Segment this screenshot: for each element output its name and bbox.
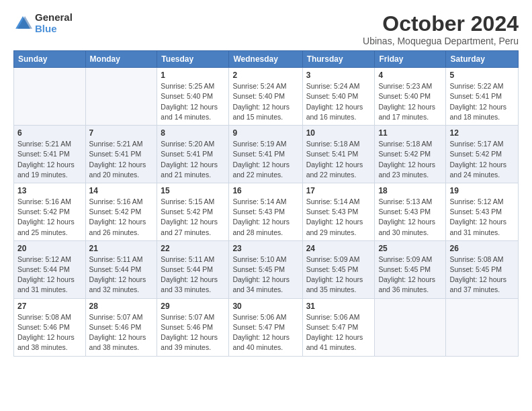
calendar-cell: 22Sunrise: 5:11 AMSunset: 5:44 PMDayligh… [157,240,229,298]
day-number: 18 [378,186,442,195]
day-info: Sunrise: 5:10 AMSunset: 5:45 PMDaylight:… [232,255,298,295]
weekday-header: Monday [85,51,157,68]
calendar-cell: 4Sunrise: 5:23 AMSunset: 5:40 PMDaylight… [375,68,446,126]
day-info: Sunrise: 5:16 AMSunset: 5:42 PMDaylight:… [89,197,154,238]
calendar-week-row: 27Sunrise: 5:08 AMSunset: 5:46 PMDayligh… [14,298,519,356]
day-number: 1 [161,71,225,80]
calendar-week-row: 13Sunrise: 5:16 AMSunset: 5:42 PMDayligh… [14,183,519,240]
day-info: Sunrise: 5:08 AMSunset: 5:45 PMDaylight:… [449,255,515,295]
calendar-cell [375,298,446,356]
subtitle: Ubinas, Moquegua Department, Peru [363,36,519,46]
day-number: 10 [306,128,371,138]
day-number: 3 [306,71,371,80]
calendar-cell: 20Sunrise: 5:12 AMSunset: 5:44 PMDayligh… [14,240,86,298]
day-number: 30 [232,302,298,311]
calendar-cell: 18Sunrise: 5:13 AMSunset: 5:43 PMDayligh… [375,183,446,240]
day-number: 4 [378,71,442,80]
day-number: 15 [161,186,225,195]
day-info: Sunrise: 5:15 AMSunset: 5:42 PMDaylight:… [161,197,225,238]
day-info: Sunrise: 5:25 AMSunset: 5:40 PMDaylight:… [161,81,225,122]
day-info: Sunrise: 5:16 AMSunset: 5:42 PMDaylight:… [17,197,82,238]
day-info: Sunrise: 5:21 AMSunset: 5:41 PMDaylight:… [89,139,154,180]
day-number: 21 [89,244,154,253]
calendar-cell: 8Sunrise: 5:20 AMSunset: 5:41 PMDaylight… [157,126,229,183]
day-info: Sunrise: 5:06 AMSunset: 5:47 PMDaylight:… [306,312,371,353]
day-info: Sunrise: 5:11 AMSunset: 5:44 PMDaylight:… [89,255,154,295]
calendar-cell: 29Sunrise: 5:07 AMSunset: 5:46 PMDayligh… [157,298,229,356]
calendar-cell [14,68,86,126]
day-number: 13 [17,186,82,195]
weekday-header: Sunday [14,51,86,68]
day-info: Sunrise: 5:20 AMSunset: 5:41 PMDaylight:… [161,139,225,180]
calendar-cell [446,298,519,356]
main-title: October 2024 [363,12,519,36]
day-number: 17 [306,186,371,195]
calendar-week-row: 1Sunrise: 5:25 AMSunset: 5:40 PMDaylight… [14,68,519,126]
weekday-header: Saturday [446,51,519,68]
calendar-cell: 3Sunrise: 5:24 AMSunset: 5:40 PMDaylight… [302,68,375,126]
calendar-week-row: 20Sunrise: 5:12 AMSunset: 5:44 PMDayligh… [14,240,519,298]
calendar-cell: 21Sunrise: 5:11 AMSunset: 5:44 PMDayligh… [85,240,157,298]
day-number: 9 [232,128,298,138]
day-info: Sunrise: 5:18 AMSunset: 5:42 PMDaylight:… [378,139,442,180]
day-info: Sunrise: 5:19 AMSunset: 5:41 PMDaylight:… [232,139,298,180]
day-info: Sunrise: 5:14 AMSunset: 5:43 PMDaylight:… [232,197,298,238]
title-block: October 2024 Ubinas, Moquegua Department… [363,12,519,46]
day-number: 11 [378,128,442,138]
calendar-cell [85,68,157,126]
day-number: 5 [449,71,515,80]
calendar-cell: 10Sunrise: 5:18 AMSunset: 5:41 PMDayligh… [302,126,375,183]
day-info: Sunrise: 5:22 AMSunset: 5:41 PMDaylight:… [449,81,515,122]
calendar-week-row: 6Sunrise: 5:21 AMSunset: 5:41 PMDaylight… [14,126,519,183]
calendar-cell: 27Sunrise: 5:08 AMSunset: 5:46 PMDayligh… [14,298,86,356]
day-info: Sunrise: 5:12 AMSunset: 5:44 PMDaylight:… [17,255,82,295]
calendar-cell: 23Sunrise: 5:10 AMSunset: 5:45 PMDayligh… [229,240,302,298]
day-info: Sunrise: 5:24 AMSunset: 5:40 PMDaylight:… [306,81,371,122]
calendar-cell: 24Sunrise: 5:09 AMSunset: 5:45 PMDayligh… [302,240,375,298]
calendar-cell: 14Sunrise: 5:16 AMSunset: 5:42 PMDayligh… [85,183,157,240]
calendar-cell: 17Sunrise: 5:14 AMSunset: 5:43 PMDayligh… [302,183,375,240]
weekday-header-row: SundayMondayTuesdayWednesdayThursdayFrid… [14,51,519,68]
day-info: Sunrise: 5:11 AMSunset: 5:44 PMDaylight:… [161,255,225,295]
day-info: Sunrise: 5:21 AMSunset: 5:41 PMDaylight:… [17,139,82,180]
day-info: Sunrise: 5:06 AMSunset: 5:47 PMDaylight:… [232,312,298,353]
logo: General Blue [13,12,73,34]
day-number: 26 [449,244,515,253]
calendar-cell: 1Sunrise: 5:25 AMSunset: 5:40 PMDaylight… [157,68,229,126]
calendar-cell: 12Sunrise: 5:17 AMSunset: 5:42 PMDayligh… [446,126,519,183]
calendar-cell: 9Sunrise: 5:19 AMSunset: 5:41 PMDaylight… [229,126,302,183]
day-info: Sunrise: 5:18 AMSunset: 5:41 PMDaylight:… [306,139,371,180]
calendar-cell: 30Sunrise: 5:06 AMSunset: 5:47 PMDayligh… [229,298,302,356]
day-number: 12 [449,128,515,138]
day-number: 7 [89,128,154,138]
calendar-cell: 7Sunrise: 5:21 AMSunset: 5:41 PMDaylight… [85,126,157,183]
day-number: 25 [378,244,442,253]
logo-icon [13,14,32,33]
logo-general: General [35,12,73,24]
day-info: Sunrise: 5:17 AMSunset: 5:42 PMDaylight:… [449,139,515,180]
day-info: Sunrise: 5:07 AMSunset: 5:46 PMDaylight:… [89,312,154,353]
day-info: Sunrise: 5:13 AMSunset: 5:43 PMDaylight:… [378,197,442,238]
calendar-cell: 15Sunrise: 5:15 AMSunset: 5:42 PMDayligh… [157,183,229,240]
calendar-cell: 19Sunrise: 5:12 AMSunset: 5:43 PMDayligh… [446,183,519,240]
day-number: 22 [161,244,225,253]
calendar-cell: 16Sunrise: 5:14 AMSunset: 5:43 PMDayligh… [229,183,302,240]
day-number: 29 [161,302,225,311]
day-number: 24 [306,244,371,253]
calendar-cell: 6Sunrise: 5:21 AMSunset: 5:41 PMDaylight… [14,126,86,183]
day-info: Sunrise: 5:14 AMSunset: 5:43 PMDaylight:… [306,197,371,238]
calendar-cell: 5Sunrise: 5:22 AMSunset: 5:41 PMDaylight… [446,68,519,126]
logo-blue: Blue [35,24,73,35]
calendar-cell: 13Sunrise: 5:16 AMSunset: 5:42 PMDayligh… [14,183,86,240]
day-number: 2 [232,71,298,80]
day-number: 28 [89,302,154,311]
day-number: 20 [17,244,82,253]
day-number: 14 [89,186,154,195]
calendar-cell: 25Sunrise: 5:09 AMSunset: 5:45 PMDayligh… [375,240,446,298]
weekday-header: Tuesday [157,51,229,68]
day-info: Sunrise: 5:09 AMSunset: 5:45 PMDaylight:… [306,255,371,295]
day-number: 31 [306,302,371,311]
day-info: Sunrise: 5:24 AMSunset: 5:40 PMDaylight:… [232,81,298,122]
calendar-cell: 28Sunrise: 5:07 AMSunset: 5:46 PMDayligh… [85,298,157,356]
day-number: 8 [161,128,225,138]
